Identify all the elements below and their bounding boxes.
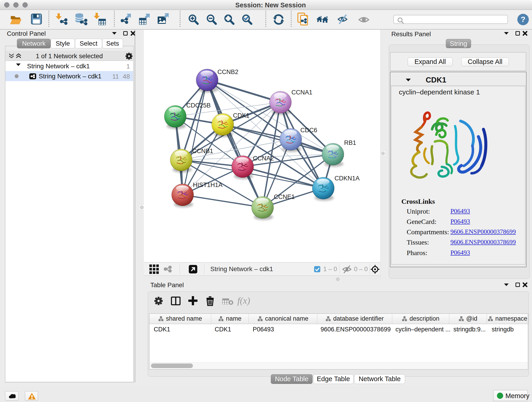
svg-text:CCNE1: CCNE1 [274,193,295,200]
svg-text:CDKN1A: CDKN1A [335,175,360,182]
svg-text:CDC25B: CDC25B [186,102,211,109]
svg-text:HIST1H1A: HIST1H1A [193,182,222,188]
svg-text:CCNB2: CCNB2 [217,69,239,75]
svg-text:CCNA2: CCNA2 [253,155,274,162]
svg-text:CDC6: CDC6 [300,127,317,134]
svg-text:CDK1: CDK1 [233,112,249,119]
svg-text:RB1: RB1 [344,139,356,146]
svg-text:CCNA1: CCNA1 [291,89,312,96]
svg-text:CCNB1: CCNB1 [192,148,213,154]
